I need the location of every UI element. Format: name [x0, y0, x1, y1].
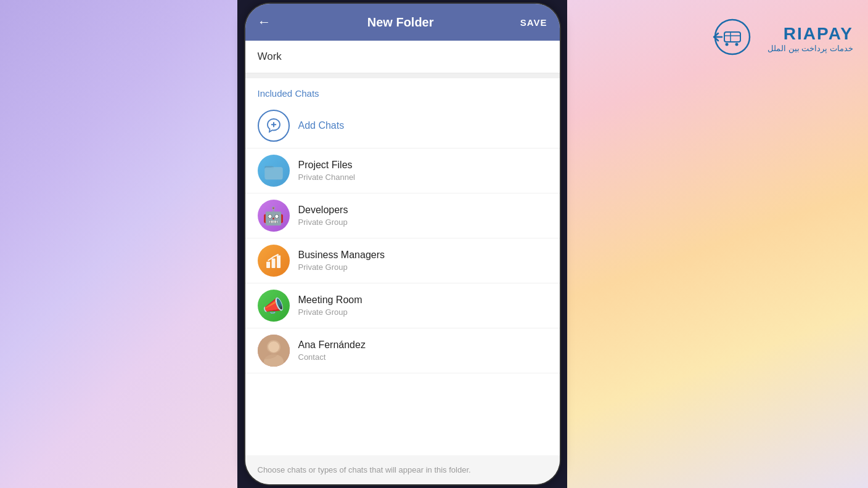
list-item[interactable]: 📣 Meeting Room Private Group	[245, 283, 560, 328]
chart-icon	[263, 250, 284, 271]
list-item[interactable]: Business Managers Private Group	[245, 238, 560, 283]
header-bar: ← New Folder SAVE	[245, 4, 560, 41]
folder-name-input[interactable]	[258, 51, 547, 63]
phone-container: ← New Folder SAVE Included Chats	[237, 0, 567, 488]
riapay-name: RIAPAY	[784, 24, 853, 44]
item-subtitle: Private Group	[298, 218, 547, 227]
project-files-info: Project Files Private Channel	[298, 160, 547, 182]
phone-frame: ← New Folder SAVE Included Chats	[245, 4, 560, 484]
page-title: New Folder	[281, 15, 520, 30]
list-item[interactable]: Project Files Private Channel	[245, 148, 560, 193]
add-chats-item[interactable]: Add Chats	[245, 104, 560, 148]
content-area: Included Chats Add Chats	[245, 78, 560, 455]
svg-rect-8	[277, 256, 280, 268]
item-subtitle: Private Group	[298, 262, 547, 272]
svg-rect-7	[271, 259, 275, 268]
folder-icon	[263, 160, 285, 182]
ana-fernandez-info: Ana Fernández Contact	[298, 340, 547, 362]
chat-plus-icon	[265, 117, 282, 134]
add-chats-icon	[258, 110, 290, 142]
developers-info: Developers Private Group	[298, 205, 547, 227]
footer-hint: Choose chats or types of chats that will…	[245, 455, 560, 485]
item-subtitle: Private Group	[298, 307, 547, 317]
item-subtitle: Private Channel	[298, 173, 547, 182]
developers-avatar: 🤖	[258, 200, 290, 232]
add-chats-label: Add Chats	[298, 120, 345, 131]
riapay-logo: RIAPAY خدمات پرداخت بین الملل	[705, 18, 853, 58]
item-name: Business Managers	[298, 250, 547, 261]
list-item[interactable]: Ana Fernández Contact	[245, 328, 560, 373]
save-button[interactable]: SAVE	[520, 17, 547, 28]
riapay-symbol	[705, 18, 760, 55]
meeting-room-avatar: 📣	[258, 290, 290, 322]
project-files-avatar	[258, 155, 290, 187]
item-name: Project Files	[298, 160, 547, 171]
svg-point-16	[735, 43, 739, 46]
person-avatar-icon	[258, 335, 290, 367]
back-button[interactable]: ←	[258, 14, 271, 30]
svg-rect-6	[266, 262, 270, 268]
phone-screen: ← New Folder SAVE Included Chats	[245, 4, 560, 484]
riapay-text-block: RIAPAY خدمات پرداخت بین الملل	[768, 24, 853, 53]
business-managers-avatar	[258, 245, 290, 277]
meeting-room-info: Meeting Room Private Group	[298, 295, 547, 317]
list-item[interactable]: 🤖 Developers Private Group	[245, 193, 560, 238]
svg-point-15	[726, 43, 729, 46]
left-panel	[0, 0, 237, 488]
item-name: Ana Fernández	[298, 340, 547, 351]
svg-rect-14	[724, 32, 740, 42]
item-name: Meeting Room	[298, 295, 547, 306]
item-name: Developers	[298, 205, 547, 216]
business-managers-info: Business Managers Private Group	[298, 250, 547, 272]
right-panel: RIAPAY خدمات پرداخت بین الملل	[567, 0, 868, 488]
section-divider	[245, 73, 560, 78]
svg-rect-5	[264, 168, 282, 179]
riapay-arabic-text: خدمات پرداخت بین الملل	[768, 44, 853, 53]
included-chats-header: Included Chats	[245, 78, 560, 104]
svg-point-12	[268, 341, 279, 352]
item-subtitle: Contact	[298, 352, 547, 362]
riapay-icon	[705, 18, 760, 58]
folder-name-area	[245, 41, 560, 73]
ana-avatar	[258, 335, 290, 367]
